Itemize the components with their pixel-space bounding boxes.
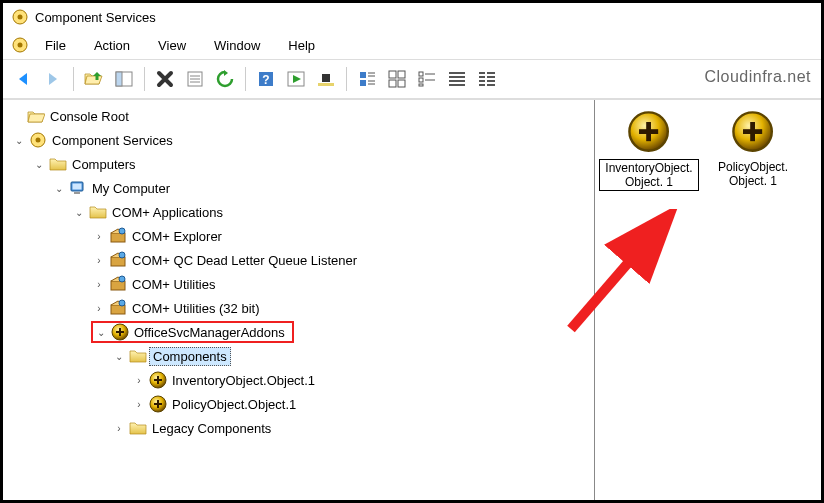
tree-computers[interactable]: ⌄ Computers [7, 152, 594, 176]
collapse-icon[interactable]: ⌄ [71, 204, 87, 220]
svg-rect-27 [389, 71, 396, 78]
expand-icon[interactable]: › [111, 420, 127, 436]
tree-console-root[interactable]: Console Root [7, 104, 594, 128]
forward-button[interactable] [39, 65, 67, 93]
svg-rect-20 [322, 74, 330, 82]
toolbar-separator [144, 67, 145, 91]
box-icon [109, 275, 127, 293]
ball-icon [111, 323, 129, 341]
tree-component-services[interactable]: ⌄ Component Services [7, 128, 594, 152]
refresh-button[interactable] [211, 65, 239, 93]
up-button[interactable] [80, 65, 108, 93]
computer-icon [69, 179, 87, 197]
back-button[interactable] [9, 65, 37, 93]
tree-com-utilities-32[interactable]: › COM+ Utilities (32 bit) [7, 296, 594, 320]
ball-icon [627, 110, 671, 154]
show-hide-button[interactable] [110, 65, 138, 93]
properties-button[interactable] [181, 65, 209, 93]
view-details-button[interactable] [473, 65, 501, 93]
expand-icon[interactable]: › [131, 396, 147, 412]
tree-officesvcmanageraddons[interactable]: ⌄ OfficeSvcManagerAddons [7, 320, 594, 344]
expand-icon[interactable]: › [91, 276, 107, 292]
delete-button[interactable] [151, 65, 179, 93]
view-status-button[interactable] [353, 65, 381, 93]
menu-window[interactable]: Window [202, 36, 272, 55]
box-icon [109, 299, 127, 317]
collapse-icon[interactable]: ⌄ [93, 324, 109, 340]
menu-action[interactable]: Action [82, 36, 142, 55]
svg-rect-21 [360, 72, 366, 78]
svg-rect-29 [389, 80, 396, 87]
svg-rect-30 [398, 80, 405, 87]
list-pane[interactable]: InventoryObject. Object. 1 PolicyObject.… [595, 100, 821, 500]
svg-text:?: ? [262, 73, 269, 87]
app-icon [11, 8, 29, 26]
folder-icon [89, 203, 107, 221]
tree-policy-object[interactable]: › PolicyObject.Object.1 [7, 392, 594, 416]
tree-components[interactable]: ⌄ Components [7, 344, 594, 368]
toolbar-separator [245, 67, 246, 91]
folder-open-icon [27, 107, 45, 125]
titlebar: Component Services [3, 3, 821, 31]
stop-button[interactable] [312, 65, 340, 93]
app-icon-small [11, 36, 29, 54]
ball-icon [149, 371, 167, 389]
window-title: Component Services [35, 10, 156, 25]
run-button[interactable] [282, 65, 310, 93]
folder-icon [129, 347, 147, 365]
svg-rect-11 [116, 72, 122, 86]
collapse-icon[interactable]: ⌄ [31, 156, 47, 172]
box-icon [109, 251, 127, 269]
tree-legacy-components[interactable]: › Legacy Components [7, 416, 594, 440]
toolbar-separator [346, 67, 347, 91]
box-icon [109, 227, 127, 245]
expand-icon[interactable]: › [91, 252, 107, 268]
collapse-icon[interactable]: ⌄ [111, 348, 127, 364]
svg-rect-24 [360, 80, 366, 86]
menu-view[interactable]: View [146, 36, 198, 55]
expand-icon[interactable]: › [131, 372, 147, 388]
ball-icon [149, 395, 167, 413]
ball-icon [731, 110, 775, 154]
menu-file[interactable]: File [33, 36, 78, 55]
tree-inventory-object[interactable]: › InventoryObject.Object.1 [7, 368, 594, 392]
svg-rect-19 [318, 83, 334, 86]
folder-icon [129, 419, 147, 437]
tree-my-computer[interactable]: ⌄ My Computer [7, 176, 594, 200]
list-item-policy[interactable]: PolicyObject. Object. 1 [703, 110, 803, 189]
svg-rect-32 [419, 78, 423, 82]
list-item-inventory[interactable]: InventoryObject. Object. 1 [599, 110, 699, 191]
folder-icon [49, 155, 67, 173]
tree-com-applications[interactable]: ⌄ COM+ Applications [7, 200, 594, 224]
expand-icon[interactable]: › [91, 300, 107, 316]
toolbar-separator [73, 67, 74, 91]
svg-rect-28 [398, 71, 405, 78]
tree-com-qc[interactable]: › COM+ QC Dead Letter Queue Listener [7, 248, 594, 272]
content-area: Console Root ⌄ Component Services [3, 99, 821, 500]
tree-pane[interactable]: Console Root ⌄ Component Services [3, 100, 595, 500]
help-button[interactable]: ? [252, 65, 280, 93]
watermark: Cloudinfra.net [704, 68, 811, 86]
blank-toggle [9, 108, 25, 124]
svg-rect-31 [419, 72, 423, 76]
tree-com-explorer[interactable]: › COM+ Explorer [7, 224, 594, 248]
view-large-icons-button[interactable] [383, 65, 411, 93]
expand-icon[interactable]: › [91, 228, 107, 244]
menu-help[interactable]: Help [276, 36, 327, 55]
gear-icon [29, 131, 47, 149]
collapse-icon[interactable]: ⌄ [51, 180, 67, 196]
view-list-button[interactable] [443, 65, 471, 93]
tree-com-utilities[interactable]: › COM+ Utilities [7, 272, 594, 296]
svg-rect-33 [419, 84, 423, 86]
toolbar: ? Cloudinfra.net [3, 59, 821, 99]
view-small-icons-button[interactable] [413, 65, 441, 93]
collapse-icon[interactable]: ⌄ [11, 132, 27, 148]
menubar: File Action View Window Help [3, 31, 821, 59]
